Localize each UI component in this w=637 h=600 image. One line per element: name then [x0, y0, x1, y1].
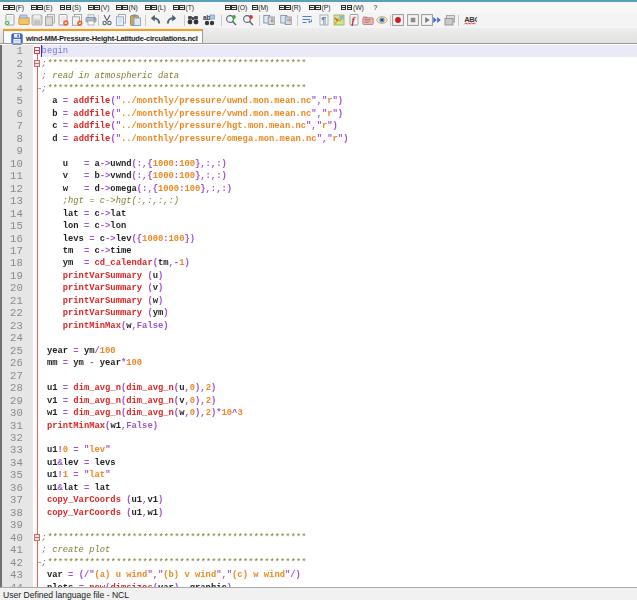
svg-text:ab: ab	[203, 14, 211, 21]
svg-text:¶: ¶	[321, 15, 326, 25]
svg-text:ABC: ABC	[464, 14, 477, 23]
